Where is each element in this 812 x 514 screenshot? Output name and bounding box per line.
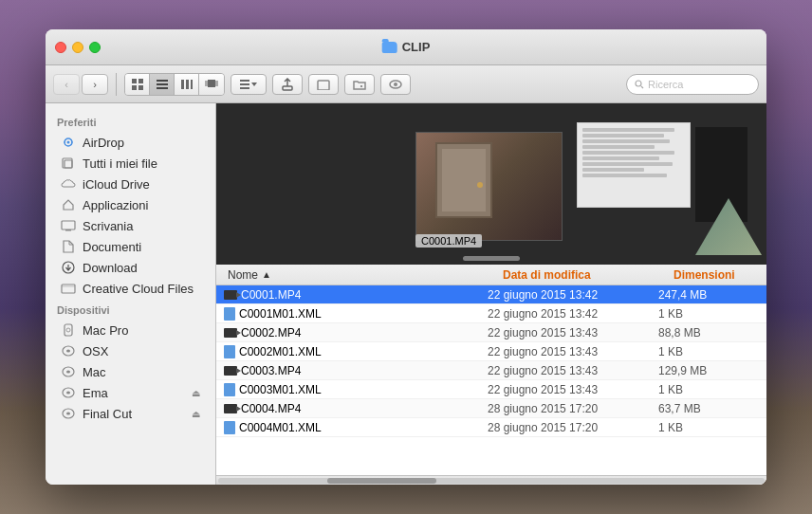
sidebar-item-creativecloud[interactable]: Creative Cloud Files — [49, 278, 212, 299]
view-cover-button[interactable] — [199, 74, 224, 95]
svg-rect-5 — [157, 83, 168, 85]
back-button[interactable]: ‹ — [53, 74, 80, 95]
download-icon — [61, 260, 76, 275]
file-name: C0003.MP4 — [220, 364, 480, 377]
file-date: 22 giugno 2015 13:42 — [480, 307, 651, 321]
icloud-icon — [61, 176, 76, 192]
doc-line — [582, 128, 674, 132]
xml-file-icon — [224, 421, 235, 434]
xml-file-icon — [224, 307, 235, 321]
svg-point-38 — [66, 371, 70, 374]
preview-thumb-video-content — [416, 133, 562, 240]
file-list: C0001.MP4 22 giugno 2015 13:42 247,4 MB … — [216, 285, 766, 475]
preview-label: C0001.MP4 — [415, 234, 482, 248]
sidebar-section-dispositivi: Dispositivi — [46, 299, 215, 320]
window-title: CLIP — [382, 40, 431, 54]
applications-icon — [61, 197, 76, 212]
preview-doc-lines — [582, 128, 685, 177]
forward-button[interactable]: › — [82, 74, 108, 95]
view-columns-button[interactable] — [175, 74, 199, 95]
view-list-button[interactable] — [150, 74, 175, 95]
horizontal-scrollbar[interactable] — [216, 475, 766, 485]
sidebar-item-desktop[interactable]: Scrivania — [49, 215, 212, 236]
close-button[interactable] — [55, 42, 66, 53]
door-frame — [435, 142, 492, 218]
quicklook-button[interactable] — [380, 74, 411, 95]
sidebar-item-allfiles[interactable]: Tutti i miei file — [49, 153, 212, 174]
svg-rect-30 — [65, 229, 71, 231]
new-folder-button[interactable] — [344, 74, 375, 95]
nav-buttons: ‹ › — [53, 74, 108, 95]
search-box[interactable]: Ricerca — [626, 74, 759, 95]
file-date: 22 giugno 2015 13:42 — [480, 288, 651, 302]
file-date: 28 giugno 2015 17:20 — [480, 402, 651, 415]
file-size: 247,4 MB — [651, 288, 714, 302]
sidebar-item-applications[interactable]: Applicazioni — [49, 194, 212, 215]
action-icon — [281, 78, 294, 91]
sidebar-item-icloud[interactable]: iCloud Drive — [49, 174, 212, 194]
col-size-header[interactable]: Dimensioni — [666, 268, 743, 282]
share-button[interactable] — [308, 74, 339, 95]
arrange-button[interactable] — [231, 74, 267, 95]
sidebar-item-documents[interactable]: Documenti — [49, 236, 212, 257]
table-row[interactable]: C0001M01.XML 22 giugno 2015 13:42 1 KB — [216, 304, 766, 323]
door-knob — [477, 182, 483, 188]
svg-point-40 — [66, 392, 70, 395]
video-file-icon — [224, 290, 237, 300]
file-date: 22 giugno 2015 13:43 — [480, 364, 651, 377]
table-row[interactable]: C0002.MP4 22 giugno 2015 13:43 88,8 MB — [216, 323, 766, 342]
eye-icon — [389, 79, 402, 90]
sidebar-item-osx[interactable]: OSX — [49, 340, 212, 361]
svg-rect-14 — [240, 83, 249, 85]
table-row[interactable]: C0004.MP4 28 giugno 2015 17:20 63,7 MB — [216, 399, 766, 418]
svg-rect-3 — [138, 85, 143, 90]
table-row[interactable]: C0004M01.XML 28 giugno 2015 17:20 1 KB — [216, 418, 766, 437]
desktop-icon — [61, 218, 76, 233]
svg-line-24 — [641, 86, 643, 88]
share-icon — [317, 79, 330, 90]
svg-rect-1 — [138, 79, 143, 83]
file-date: 22 giugno 2015 13:43 — [480, 326, 651, 340]
chevron-down-icon — [251, 82, 257, 87]
finalcut-disk-icon — [61, 406, 76, 421]
sidebar-item-download[interactable]: Download — [49, 257, 212, 278]
col-date-header[interactable]: Data di modifica — [495, 268, 666, 282]
svg-point-22 — [394, 83, 397, 86]
doc-line — [582, 151, 674, 155]
svg-point-26 — [67, 141, 70, 144]
view-icon-button[interactable] — [125, 74, 150, 95]
sidebar-item-mac[interactable]: Mac — [49, 361, 212, 382]
video-file-icon — [224, 366, 237, 376]
macpro-icon — [61, 322, 76, 338]
col-name-header[interactable]: Nome ▲ — [220, 268, 495, 282]
eject-icon-ema[interactable]: ⏏ — [192, 388, 200, 398]
cover-icon — [205, 80, 218, 89]
view-buttons — [124, 73, 225, 96]
file-date: 22 giugno 2015 13:43 — [480, 345, 651, 358]
sidebar-item-finalcut[interactable]: Final Cut ⏏ — [49, 403, 212, 424]
sidebar-item-ema[interactable]: Ema ⏏ — [49, 382, 212, 403]
file-size: 63,7 MB — [651, 402, 709, 415]
file-date: 28 giugno 2015 17:20 — [480, 421, 651, 434]
svg-rect-15 — [240, 87, 249, 89]
sidebar-item-macpro[interactable]: Mac Pro — [49, 320, 212, 340]
file-size: 1 KB — [651, 307, 691, 321]
scroll-thumb[interactable] — [327, 478, 436, 484]
table-row[interactable]: C0003M01.XML 22 giugno 2015 13:43 1 KB — [216, 380, 766, 399]
preview-scrollbar[interactable] — [463, 256, 520, 261]
eject-icon-finalcut[interactable]: ⏏ — [192, 409, 200, 419]
sidebar-item-airdrop[interactable]: AirDrop — [49, 132, 212, 153]
minimize-button[interactable] — [72, 42, 83, 53]
svg-rect-7 — [181, 80, 184, 89]
doc-line — [582, 156, 659, 160]
action-button[interactable] — [272, 74, 303, 95]
maximize-button[interactable] — [89, 42, 101, 53]
mac-disk-icon — [61, 364, 76, 379]
table-row[interactable]: C0002M01.XML 22 giugno 2015 13:43 1 KB — [216, 342, 766, 361]
table-row[interactable]: C0001.MP4 22 giugno 2015 13:42 247,4 MB — [216, 285, 766, 304]
table-row[interactable]: C0003.MP4 22 giugno 2015 13:43 129,9 MB — [216, 361, 766, 380]
svg-rect-0 — [132, 79, 137, 83]
svg-rect-10 — [208, 80, 215, 87]
toolbar: ‹ › — [46, 65, 766, 103]
columns-icon — [181, 80, 193, 89]
